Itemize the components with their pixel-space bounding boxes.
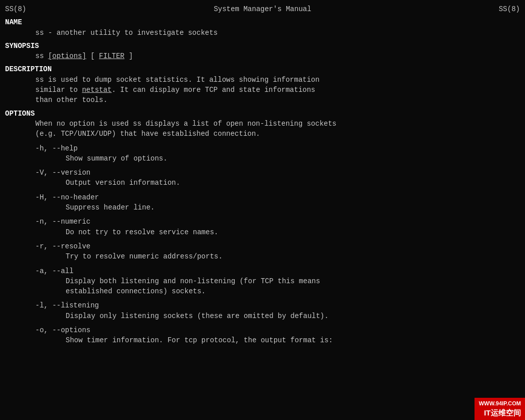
option-o-desc: Show timer information. For tcp protocol…: [66, 335, 520, 345]
option-n: -n, --numeric Do not try to resolve serv…: [5, 217, 520, 237]
option-V-flag: -V, --version: [35, 168, 520, 178]
description-content: ss is used to dump socket statistics. It…: [35, 75, 520, 106]
man-page-header: SS(8) System Manager's Manual SS(8): [5, 4, 520, 14]
options-section: OPTIONS When no option is used ss displa…: [5, 109, 520, 346]
description-line3: than other tools.: [35, 95, 520, 105]
watermark: WWW.94IP.COM IT运维空间: [475, 398, 525, 420]
option-o-flag: -o, --options: [35, 325, 520, 335]
option-o: -o, --options Show timer information. Fo…: [5, 325, 520, 346]
desc-line2-pre: similar to: [35, 86, 82, 94]
synopsis-mid: [: [86, 52, 99, 60]
option-h-flag: -h, --help: [35, 143, 520, 153]
name-label: NAME: [5, 17, 520, 27]
option-a-flag: -a, --all: [35, 266, 520, 276]
synopsis-filter[interactable]: FILTER: [99, 52, 124, 60]
header-right: SS(8): [499, 4, 520, 14]
option-V-desc: Output version information.: [66, 178, 520, 188]
description-section: DESCRIPTION ss is used to dump socket st…: [5, 64, 520, 105]
option-a-desc2: established connections) sockets.: [66, 286, 520, 296]
options-intro: When no option is used ss displays a lis…: [35, 119, 520, 139]
option-l: -l, --listening Display only listening s…: [5, 300, 520, 321]
option-H: -H, --no-header Suppress header line.: [5, 192, 520, 213]
option-H-flag: -H, --no-header: [35, 192, 520, 202]
synopsis-section: SYNOPSIS ss [options] [ FILTER ]: [5, 41, 520, 62]
option-r-desc: Try to resolve numeric address/ports.: [66, 251, 520, 261]
name-content: ss - another utility to investigate sock…: [35, 28, 520, 38]
synopsis-options[interactable]: [options]: [48, 52, 86, 60]
description-line2: similar to netstat. It can display more …: [35, 85, 520, 95]
watermark-site: IT运维空间: [479, 407, 521, 418]
watermark-url: WWW.94IP.COM: [479, 400, 521, 407]
synopsis-label: SYNOPSIS: [5, 41, 520, 51]
options-label: OPTIONS: [5, 109, 520, 119]
option-h-desc: Show summary of options.: [66, 153, 520, 164]
option-H-desc: Suppress header line.: [66, 202, 520, 213]
option-n-desc: Do not try to resolve service names.: [66, 227, 520, 237]
options-intro1: When no option is used ss displays a lis…: [35, 119, 520, 129]
option-r-flag: -r, --resolve: [35, 241, 520, 251]
option-l-flag: -l, --listening: [35, 300, 520, 310]
option-V: -V, --version Output version information…: [5, 168, 520, 188]
description-label: DESCRIPTION: [5, 64, 520, 74]
name-section: NAME ss - another utility to investigate…: [5, 17, 520, 38]
header-left: SS(8): [5, 4, 26, 14]
description-line1: ss is used to dump socket statistics. It…: [35, 75, 520, 85]
option-a: -a, --all Display both listening and non…: [5, 266, 520, 297]
header-center: System Manager's Manual: [214, 4, 311, 14]
option-r: -r, --resolve Try to resolve numeric add…: [5, 241, 520, 262]
options-intro2: (e.g. TCP/UNIX/UDP) that have establishe…: [35, 129, 520, 139]
terminal-window: SS(8) System Manager's Manual SS(8) NAME…: [0, 0, 525, 420]
synopsis-content: ss [options] [ FILTER ]: [35, 51, 520, 61]
desc-line2-post: . It can display more TCP and state info…: [112, 86, 315, 94]
synopsis-end: ]: [124, 52, 133, 60]
option-h: -h, --help Show summary of options.: [5, 143, 520, 164]
option-n-flag: -n, --numeric: [35, 217, 520, 227]
netstat-link[interactable]: netstat: [82, 86, 112, 94]
synopsis-ss: ss: [35, 52, 48, 60]
option-a-desc1: Display both listening and non-listening…: [66, 276, 520, 286]
option-l-desc: Display only listening sockets (these ar…: [66, 311, 520, 321]
